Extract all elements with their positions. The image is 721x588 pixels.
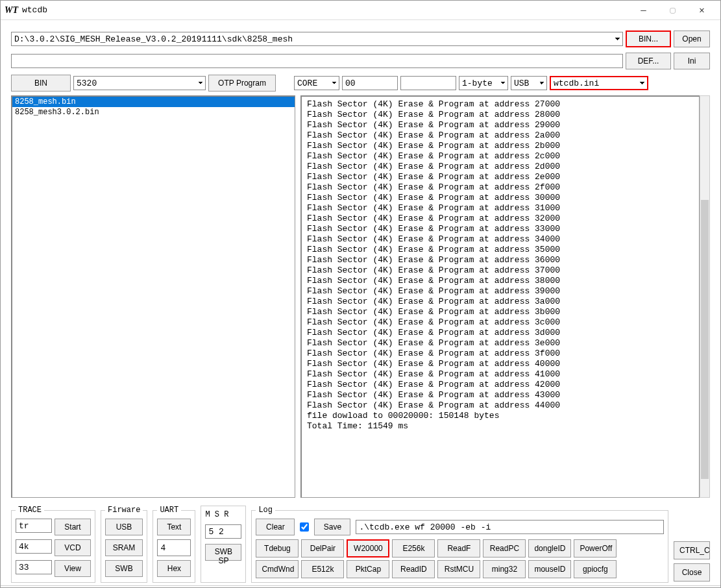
otp-program-button[interactable]: OTP Program (208, 75, 276, 92)
ctrl-c-button[interactable]: CTRL_C (674, 541, 710, 559)
save-button[interactable]: Save (314, 519, 350, 535)
cmd-button-e512k[interactable]: E512k (301, 560, 344, 578)
trace-tr-input[interactable] (16, 519, 52, 533)
window-title: wtcdb (22, 5, 629, 15)
titlebar: WT wtcdb — ▢ ✕ (1, 1, 720, 20)
scroll-thumb[interactable] (701, 200, 709, 479)
log-pane: Flash Sector (4K) Erase & Program at add… (300, 95, 700, 498)
extra-input[interactable] (400, 76, 456, 90)
msr-input[interactable] (205, 524, 241, 539)
trace-vcd-button[interactable]: VCD (55, 539, 91, 556)
firmware-legend: Firware (105, 506, 143, 515)
cmd-button-w20000[interactable]: W20000 (347, 539, 389, 557)
app-icon-text: WT (5, 5, 18, 16)
log-checkbox[interactable] (300, 522, 309, 532)
cmd-button-ming32[interactable]: ming32 (483, 560, 526, 578)
ini-select[interactable]: wtcdb.ini (550, 76, 648, 90)
cmd-button-readf[interactable]: ReadF (437, 539, 480, 557)
trace-start-button[interactable]: Start (55, 519, 91, 535)
uart-4-input[interactable] (157, 539, 191, 556)
cmd-button-cmdwnd[interactable]: CmdWnd (256, 560, 299, 578)
trace-33-input[interactable] (16, 560, 52, 574)
clear-button[interactable]: Clear (256, 519, 295, 535)
cmd-button-mouseid[interactable]: mouseID (528, 560, 571, 578)
msr-header: M S R (205, 510, 241, 519)
byte-select[interactable]: 1-byte (459, 76, 508, 90)
uart-text-button[interactable]: Text (157, 519, 191, 535)
def-path-input[interactable] (11, 54, 623, 68)
trace-fieldset: TRACE Start VCD View (11, 506, 95, 583)
close-window-button[interactable]: ✕ (687, 1, 716, 19)
ini-button[interactable]: Ini (674, 53, 710, 69)
file-list[interactable]: 8258_mesh.bin8258_mesh3.0.2.bin (11, 95, 295, 498)
cmd-button-gpiocfg[interactable]: gpiocfg (574, 560, 617, 578)
cmd-button-rstmcu[interactable]: RstMCU (437, 560, 480, 578)
path-combo[interactable]: D:\3.0.2\SIG_MESH_Release_V3.0.2_2019111… (11, 32, 623, 46)
uart-hex-button[interactable]: Hex (157, 560, 191, 577)
log-legend: Log (256, 506, 275, 515)
minimize-button[interactable]: — (629, 1, 658, 19)
open-button[interactable]: Open (674, 31, 710, 47)
trace-view-button[interactable]: View (55, 560, 91, 577)
cmd-input[interactable] (356, 520, 664, 534)
fw-sram-button[interactable]: SRAM (105, 539, 143, 556)
msr-box: M S R SWB SP (201, 506, 246, 583)
bin-label-button[interactable]: BIN (11, 75, 71, 92)
statusbar: Ready idle:4 (1, 585, 720, 588)
file-list-item[interactable]: 8258_mesh.bin (12, 97, 295, 107)
bin-select[interactable]: 5320 (73, 76, 206, 90)
uart-legend: UART (157, 506, 181, 515)
cmd-button-delpair[interactable]: DelPair (301, 539, 344, 557)
maximize-button[interactable]: ▢ (658, 1, 687, 19)
fw-swb-button[interactable]: SWB (105, 560, 143, 577)
cmd-button-readid[interactable]: ReadID (392, 560, 435, 578)
file-list-item[interactable]: 8258_mesh3.0.2.bin (12, 107, 295, 117)
swb-sp-button[interactable]: SWB SP (205, 544, 241, 561)
firmware-fieldset: Firware USB SRAM SWB (101, 506, 147, 583)
cmd-button-readpc[interactable]: ReadPC (483, 539, 526, 557)
trace-4k-input[interactable] (16, 539, 52, 554)
close-button[interactable]: Close (674, 563, 710, 582)
cmd-button-tdebug[interactable]: Tdebug (256, 539, 299, 557)
fw-usb-button[interactable]: USB (105, 519, 143, 535)
scrollbar[interactable] (700, 95, 710, 498)
cmd-button-pktcap[interactable]: PktCap (347, 560, 389, 578)
uart-fieldset: UART Text Hex (153, 506, 195, 583)
cmd-button-dongleid[interactable]: dongleID (528, 539, 571, 557)
conn-select[interactable]: USB (511, 76, 547, 90)
cmd-button-poweroff[interactable]: PowerOff (574, 539, 617, 557)
core-select[interactable]: CORE (294, 76, 339, 90)
bin-button[interactable]: BIN... (626, 31, 671, 47)
def-button[interactable]: DEF... (626, 53, 671, 69)
cmd-button-e256k[interactable]: E256k (392, 539, 435, 557)
addr-input[interactable] (342, 76, 398, 90)
log-fieldset: Log Clear Save TdebugDelPairW20000E256kR… (251, 506, 668, 583)
trace-legend: TRACE (16, 506, 44, 515)
